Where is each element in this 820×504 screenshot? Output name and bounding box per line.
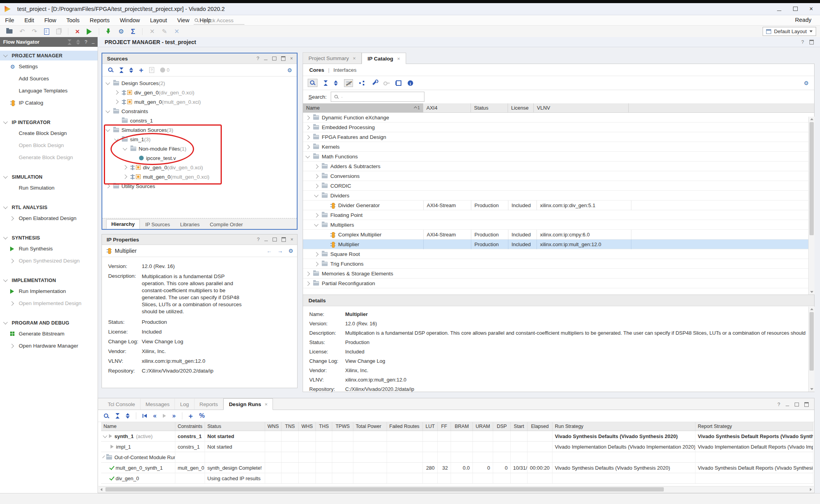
sum-reports-icon[interactable]: Σ — [131, 28, 135, 35]
maximize-panel-icon[interactable] — [795, 403, 799, 406]
expander[interactable] — [315, 185, 322, 188]
catalog-scrollbar[interactable] — [808, 117, 815, 295]
runs-column-status[interactable]: Status — [205, 422, 265, 431]
expander[interactable] — [315, 224, 322, 226]
collapse-all-icon[interactable] — [116, 413, 119, 419]
run-icon[interactable] — [87, 28, 92, 35]
sidebar-item-run-implementation[interactable]: Run Implementation — [0, 286, 98, 296]
expander[interactable] — [306, 146, 313, 149]
expander[interactable] — [315, 195, 322, 197]
catalog-row-fpga-features-and-design[interactable]: FPGA Features and Design — [303, 132, 814, 142]
runs-column-ff[interactable]: FF — [438, 422, 451, 431]
device-icon[interactable] — [396, 80, 401, 86]
panel-settings-gear-icon[interactable]: ⚙ — [288, 248, 293, 254]
expand-all-icon[interactable] — [334, 80, 338, 86]
console-tab-log[interactable]: Log — [175, 399, 194, 410]
close-button[interactable]: × — [809, 6, 813, 12]
expander[interactable] — [115, 91, 122, 94]
menu-reports[interactable]: Reports — [85, 17, 115, 23]
tab-cores[interactable]: Cores — [309, 67, 324, 73]
property-value[interactable]: View Change Log — [142, 339, 183, 344]
catalog-row-embedded-processing[interactable]: Embedded Processing — [303, 122, 814, 132]
create-run-icon[interactable]: + — [189, 412, 193, 420]
sidebar-item-add-sources[interactable]: Add Sources — [0, 74, 98, 83]
console-tab-design-runs[interactable]: Design Runs× — [223, 398, 273, 410]
help-icon[interactable]: ? — [257, 237, 260, 242]
catalog-row-divider-generator[interactable]: Divider GeneratorAXI4-StreamProductionIn… — [303, 201, 814, 210]
runs-column-wns[interactable]: WNS — [265, 422, 282, 431]
close-icon[interactable]: × — [397, 56, 400, 62]
catalog-row-adders-subtracters[interactable]: Adders & Subtracters — [303, 161, 814, 171]
minimize-panel-icon[interactable]: _ — [92, 38, 94, 44]
menu-window[interactable]: Window — [115, 17, 145, 23]
expander[interactable] — [306, 272, 313, 275]
column-header-axi4[interactable]: AXI4 — [423, 103, 471, 112]
expand-all-icon[interactable] — [76, 39, 80, 45]
runs-column-constraints[interactable]: Constraints — [175, 422, 205, 431]
sources-tab-hierarchy[interactable]: Hierarchy — [106, 219, 140, 229]
column-header-license[interactable]: License — [508, 103, 534, 112]
first-run-icon[interactable] — [143, 414, 147, 418]
minimize-button[interactable] — [777, 6, 781, 12]
sources-tab-compile-order[interactable]: Compile Order — [205, 220, 248, 229]
add-sources-icon[interactable]: + — [139, 66, 143, 74]
expander[interactable] — [315, 263, 322, 266]
runs-column-name[interactable]: Name — [101, 422, 175, 431]
float-panel-icon[interactable] — [282, 237, 286, 242]
help-icon[interactable]: ? — [777, 402, 780, 407]
console-tab-messages[interactable]: Messages — [141, 399, 175, 410]
run-row-div-gen-0[interactable]: div_gen_0Using cached IP results — [101, 473, 813, 484]
panel-settings-gear-icon[interactable]: ⚙ — [287, 67, 292, 73]
tab-interfaces[interactable]: Interfaces — [333, 67, 357, 73]
runs-column-failed-routes[interactable]: Failed Routes — [387, 422, 423, 431]
catalog-row-dynamic-function-exchange[interactable]: Dynamic Function eXchange — [303, 113, 814, 122]
sidebar-item-language-templates[interactable]: Language Templates — [0, 86, 98, 96]
tab-ip-catalog[interactable]: IP Catalog× — [362, 53, 406, 64]
sidebar-section-implementation[interactable]: IMPLEMENTATION — [0, 275, 98, 285]
float-panel-icon[interactable] — [281, 56, 285, 61]
horizontal-scrollbar[interactable] — [98, 486, 814, 492]
menu-file[interactable]: File — [0, 17, 19, 23]
back-arrow-icon[interactable]: ← — [266, 248, 272, 254]
sidebar-section-ip-integrator[interactable]: IP INTEGRATOR — [0, 117, 98, 127]
float-panel-icon[interactable] — [809, 40, 814, 44]
maximize-panel-icon[interactable] — [272, 57, 276, 60]
sidebar-item-run-synthesis[interactable]: Run Synthesis — [0, 244, 98, 254]
menu-layout[interactable]: Layout — [145, 17, 172, 23]
runs-column-tpws[interactable]: TPWS — [332, 422, 353, 431]
runs-column-lut[interactable]: LUT — [423, 422, 438, 431]
sidebar-item-create-block-design[interactable]: Create Block Design — [0, 128, 98, 138]
runs-column-dsp[interactable]: DSP — [493, 422, 511, 431]
minimize-panel-icon[interactable] — [264, 241, 268, 241]
console-tab-reports[interactable]: Reports — [194, 399, 223, 410]
panel-settings-gear-icon[interactable]: ⚙ — [804, 80, 809, 86]
next-runs-icon[interactable]: » — [172, 413, 176, 419]
sidebar-section-simulation[interactable]: SIMULATION — [0, 172, 98, 182]
catalog-row-square-root[interactable]: Square Root — [303, 249, 814, 259]
sidebar-section-program-and-debug[interactable]: PROGRAM AND DEBUG — [0, 318, 98, 328]
runs-column-start[interactable]: Start — [511, 422, 528, 431]
expander[interactable] — [315, 253, 322, 256]
menu-tools[interactable]: Tools — [61, 17, 85, 23]
run-row-mult-gen-0-synth-1[interactable]: mult_gen_0_synth_1mult_gen_0synth_design… — [101, 463, 813, 473]
runs-column-tns[interactable]: TNS — [282, 422, 299, 431]
search-toggle[interactable] — [308, 79, 317, 87]
expander[interactable] — [106, 82, 113, 84]
expand-all-icon[interactable] — [129, 67, 133, 73]
menu-edit[interactable]: Edit — [19, 17, 39, 23]
stop-icon[interactable]: × — [75, 28, 80, 35]
quick-access-search[interactable]: Quick Access — [194, 16, 244, 25]
runs-column-bram[interactable]: BRAM — [451, 422, 473, 431]
close-icon[interactable]: × — [265, 401, 268, 407]
runs-column-uram[interactable]: URAM — [473, 422, 493, 431]
expander[interactable] — [306, 136, 313, 139]
settings-gear-icon[interactable]: ⚙ — [118, 28, 124, 35]
sidebar-item-generate-bitstream[interactable]: Generate Bitstream — [0, 329, 98, 339]
catalog-row-conversions[interactable]: Conversions — [303, 171, 814, 181]
expander[interactable] — [106, 110, 113, 112]
expand-all-icon[interactable] — [126, 413, 130, 419]
search-icon[interactable] — [108, 67, 114, 73]
expander[interactable] — [306, 156, 313, 158]
previous-runs-icon[interactable]: « — [153, 413, 157, 419]
tree-row-mult-gen-0[interactable]: mult_gen_0 (mult_gen_0.xci) — [102, 97, 296, 106]
